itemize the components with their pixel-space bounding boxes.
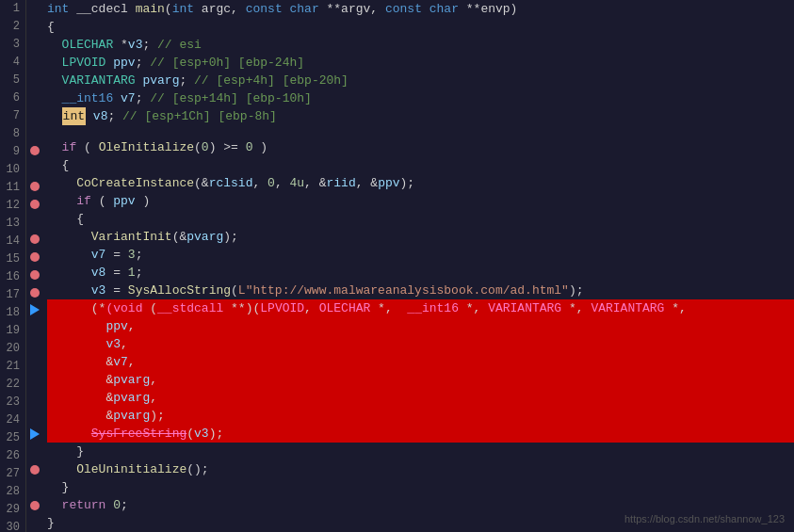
breakpoint-dot bbox=[30, 252, 40, 262]
breakpoint-dot bbox=[30, 234, 40, 244]
bp-2 bbox=[26, 18, 43, 36]
code-line-24: &pvarg); bbox=[47, 407, 794, 425]
bp-24 bbox=[26, 408, 43, 426]
code-line-1: int __cdecl main(int argc, const char **… bbox=[47, 0, 794, 18]
code-line-8 bbox=[47, 125, 794, 138]
bp-20 bbox=[26, 337, 43, 355]
bp-22 bbox=[26, 372, 43, 390]
code-container: 1 2 3 4 5 6 7 8 9 10 11 12 13 14 15 16 1… bbox=[0, 0, 794, 532]
breakpoint-dot bbox=[30, 501, 40, 510]
bp-21 bbox=[26, 355, 43, 373]
bp-11 bbox=[26, 177, 43, 195]
code-line-5: VARIANTARG pvarg; // [esp+4h] [ebp-20h] bbox=[47, 72, 794, 89]
code-line-26: } bbox=[47, 443, 794, 460]
bp-17 bbox=[26, 283, 43, 301]
bp-15 bbox=[26, 249, 43, 266]
code-line-21: &v7, bbox=[47, 353, 794, 371]
code-line-27: OleUninitialize(); bbox=[47, 460, 794, 478]
watermark: https://blog.csdn.net/shannow_123 bbox=[624, 513, 785, 524]
breakpoint-dot bbox=[30, 146, 40, 155]
bp-13 bbox=[26, 213, 43, 231]
bp-14 bbox=[26, 231, 43, 249]
bp-27 bbox=[26, 461, 43, 479]
code-line-29: return 0; bbox=[47, 496, 794, 514]
breakpoint-dot bbox=[30, 465, 40, 475]
code-line-22: &pvarg, bbox=[47, 371, 794, 389]
bp-16 bbox=[26, 266, 43, 283]
code-line-14: VariantInit(&pvarg); bbox=[47, 228, 794, 246]
bp-18 bbox=[26, 301, 43, 319]
bp-19 bbox=[26, 319, 43, 337]
code-line-13: { bbox=[47, 210, 794, 228]
code-line-6: __int16 v7; // [esp+14h] [ebp-10h] bbox=[47, 89, 794, 107]
bp-26 bbox=[26, 443, 43, 461]
bp-7 bbox=[26, 106, 43, 124]
code-line-20: v3, bbox=[47, 335, 794, 353]
bp-10 bbox=[26, 159, 43, 177]
code-line-4: LPVOID ppv; // [esp+0h] [ebp-24h] bbox=[47, 54, 794, 72]
bp-29 bbox=[26, 496, 43, 514]
breakpoint-dot bbox=[30, 270, 40, 280]
bp-8 bbox=[26, 124, 43, 142]
code-line-23: &pvarg, bbox=[47, 389, 794, 407]
code-line-2: { bbox=[47, 18, 794, 36]
line-numbers: 1 2 3 4 5 6 7 8 9 10 11 12 13 14 15 16 1… bbox=[0, 0, 26, 532]
execution-arrow bbox=[30, 428, 40, 440]
execution-arrow bbox=[30, 304, 40, 315]
breakpoint-dot bbox=[30, 200, 40, 209]
code-line-9: if ( OleInitialize(0) >= 0 ) bbox=[47, 138, 794, 156]
bp-30 bbox=[26, 514, 43, 532]
bp-23 bbox=[26, 390, 43, 408]
code-line-12: if ( ppv ) bbox=[47, 192, 794, 210]
code-line-11: CoCreateInstance(&rclsid, 0, 4u, &riid, … bbox=[47, 174, 794, 192]
code-line-25: SysFreeString(v3); bbox=[47, 425, 794, 443]
code-line-15: v7 = 3; bbox=[47, 246, 794, 264]
bp-12 bbox=[26, 195, 43, 213]
code-line-7: int v8; // [esp+1Ch] [ebp-8h] bbox=[47, 107, 794, 125]
bp-3 bbox=[26, 36, 43, 54]
code-line-19: ppv, bbox=[47, 317, 794, 335]
bp-1 bbox=[26, 0, 43, 18]
bp-4 bbox=[26, 53, 43, 71]
breakpoint-dot bbox=[30, 288, 40, 298]
code-line-16: v8 = 1; bbox=[47, 264, 794, 282]
breakpoint-dot bbox=[30, 182, 40, 191]
code-line-28: } bbox=[47, 478, 794, 496]
bp-9 bbox=[26, 142, 43, 160]
code-line-3: OLECHAR *v3; // esi bbox=[47, 36, 794, 54]
bp-5 bbox=[26, 71, 43, 89]
bp-25 bbox=[26, 426, 43, 443]
code-line-10: { bbox=[47, 156, 794, 174]
code-line-18: (*(void (__stdcall **)(LPVOID, OLECHAR *… bbox=[47, 299, 794, 317]
bp-28 bbox=[26, 478, 43, 496]
code-line-17: v3 = SysAllocString(L"http://www.malware… bbox=[47, 282, 794, 299]
code-area: int __cdecl main(int argc, const char **… bbox=[43, 0, 794, 532]
bp-6 bbox=[26, 89, 43, 106]
breakpoints bbox=[26, 0, 43, 532]
